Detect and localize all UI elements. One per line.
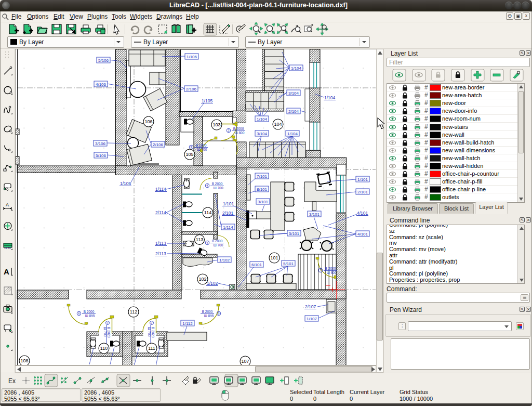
- svg-text:Ш 700: Ш 700: [214, 243, 223, 247]
- svg-text:B 2000: B 2000: [212, 182, 223, 186]
- svg-text:1/104: 1/104: [291, 66, 302, 71]
- svg-text:105: 105: [185, 152, 193, 157]
- svg-text:1/106: 1/106: [187, 55, 197, 59]
- svg-text:1/104: 1/104: [287, 132, 298, 136]
- svg-text:1/110: 1/110: [108, 364, 118, 365]
- svg-text:1/114: 1/114: [155, 187, 166, 192]
- svg-text:1/105: 1/105: [202, 98, 213, 103]
- svg-text:107: 107: [241, 359, 249, 364]
- svg-text:4/101: 4/101: [357, 232, 368, 237]
- svg-text:2/106: 2/106: [153, 142, 164, 147]
- svg-text:1/113: 1/113: [155, 241, 166, 246]
- svg-text:101: 101: [270, 255, 278, 260]
- svg-text:2/113: 2/113: [155, 251, 166, 256]
- svg-text:5/106: 5/106: [96, 153, 107, 158]
- svg-text:3/104: 3/104: [288, 91, 299, 96]
- svg-text:6/101: 6/101: [251, 263, 262, 267]
- svg-text:1/104: 1/104: [257, 117, 268, 122]
- svg-text:4/101: 4/101: [357, 211, 368, 216]
- svg-text:B 2000: B 2000: [84, 310, 95, 313]
- svg-text:5/101: 5/101: [283, 261, 294, 266]
- svg-text:1/114: 1/114: [223, 225, 233, 230]
- svg-text:2/101: 2/101: [222, 211, 234, 216]
- svg-text:2/106: 2/106: [186, 87, 197, 91]
- svg-text:1/102: 1/102: [219, 258, 230, 263]
- svg-text:1/107: 1/107: [307, 317, 317, 321]
- svg-text:111: 111: [148, 346, 155, 351]
- svg-text:1/102: 1/102: [207, 281, 218, 286]
- svg-text:Ш 895: Ш 895: [204, 314, 214, 318]
- svg-text:3/101: 3/101: [309, 212, 320, 217]
- svg-text:A: A: [4, 267, 9, 276]
- svg-text:102: 102: [198, 277, 206, 282]
- svg-text:5/101: 5/101: [289, 231, 300, 236]
- svg-text:1/112: 1/112: [182, 321, 193, 326]
- svg-text:B 2000: B 2000: [202, 310, 213, 313]
- svg-text:5/106: 5/106: [98, 58, 109, 63]
- svg-text:Ш 900: Ш 900: [327, 271, 337, 274]
- svg-text:2/107: 2/107: [305, 304, 316, 309]
- svg-text:110: 110: [100, 346, 108, 351]
- svg-text:Ex: Ex: [8, 377, 16, 385]
- svg-text:1/104: 1/104: [324, 95, 336, 100]
- svg-text:Ш 700: Ш 700: [214, 186, 223, 190]
- svg-text:4/106: 4/106: [96, 82, 107, 87]
- svg-text:3/101: 3/101: [258, 200, 269, 204]
- svg-text:2/114: 2/114: [155, 210, 166, 215]
- svg-text:Ш 800: Ш 800: [235, 131, 245, 135]
- svg-text:7/101: 7/101: [257, 174, 268, 179]
- svg-text:103: 103: [212, 122, 220, 127]
- svg-text:2/110: 2/110: [85, 364, 96, 365]
- svg-text:B 1900: B 1900: [196, 143, 207, 147]
- svg-text:B 2000: B 2000: [212, 239, 223, 243]
- svg-text:114: 114: [204, 210, 211, 215]
- svg-text:2/104: 2/104: [288, 109, 299, 114]
- svg-text:8/101: 8/101: [257, 187, 268, 192]
- svg-text:3/104: 3/104: [257, 132, 268, 136]
- svg-text:Ш 895: Ш 895: [85, 314, 95, 318]
- svg-text:104: 104: [274, 122, 282, 127]
- svg-text:B 2000: B 2000: [233, 127, 244, 130]
- svg-text:B 2020: B 2020: [151, 327, 155, 338]
- svg-text:Ш 700: Ш 700: [197, 148, 207, 151]
- svg-text:108: 108: [20, 358, 28, 363]
- svg-text:113: 113: [196, 237, 203, 242]
- svg-text:112: 112: [130, 309, 137, 315]
- svg-text:1/101: 1/101: [223, 201, 234, 206]
- svg-text:B 2020: B 2020: [107, 327, 111, 338]
- svg-text:2/101: 2/101: [357, 190, 368, 194]
- svg-text:Ш 700: Ш 700: [148, 327, 151, 337]
- svg-text:A: A: [6, 202, 9, 207]
- svg-text:106: 106: [144, 119, 152, 124]
- svg-text:1/106: 1/106: [120, 181, 131, 186]
- svg-text:B 2000: B 2000: [325, 267, 336, 270]
- svg-text:1/101: 1/101: [357, 177, 368, 182]
- svg-text:12.34: 12.34: [4, 246, 11, 250]
- svg-text:Ш 700: Ш 700: [103, 327, 107, 337]
- svg-text:3/106: 3/106: [95, 141, 106, 146]
